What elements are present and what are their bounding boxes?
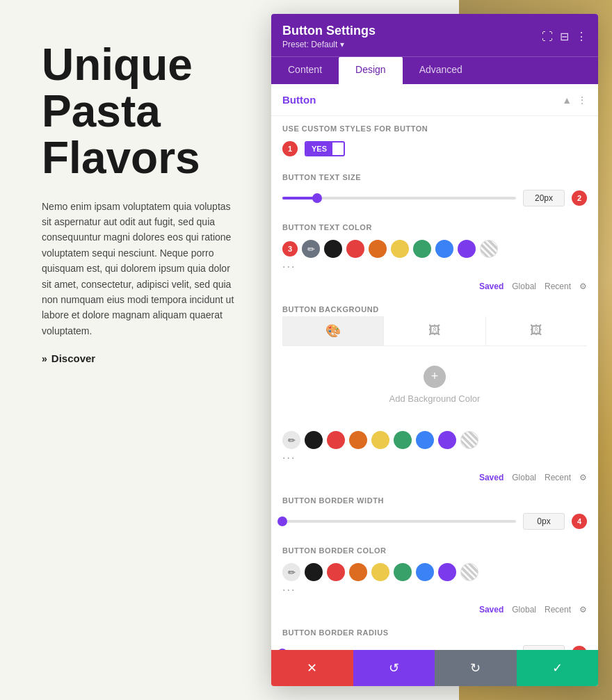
fullscreen-icon[interactable]: ⛶ xyxy=(542,31,553,43)
border-width-value[interactable]: 0px xyxy=(523,513,565,530)
toggle-yes[interactable]: YES xyxy=(306,143,332,155)
panel-header-right: ⛶ ⊟ ⋮ xyxy=(542,30,587,43)
bg-color-recent[interactable]: Recent xyxy=(545,473,571,482)
border-color-settings-icon[interactable]: ⚙ xyxy=(579,605,587,614)
color-black[interactable] xyxy=(324,240,342,258)
bg-color-swatches: ✏ xyxy=(282,431,587,449)
bg-area[interactable]: + Add Background Color xyxy=(282,346,587,423)
bg-tab-color[interactable]: 🎨 xyxy=(282,316,384,345)
border-purple[interactable] xyxy=(438,563,456,581)
text-color-saved[interactable]: Saved xyxy=(479,282,504,291)
border-black[interactable] xyxy=(305,563,323,581)
border-color-global[interactable]: Global xyxy=(512,605,536,614)
section-more-icon[interactable]: ⋮ xyxy=(577,95,587,106)
tab-design[interactable]: Design xyxy=(339,57,403,84)
bg-add-label: Add Background Color xyxy=(389,393,481,404)
color-transparent[interactable] xyxy=(480,240,498,258)
toggle-no[interactable] xyxy=(332,147,344,151)
border-red[interactable] xyxy=(327,563,345,581)
bg-tab-image[interactable]: 🖼 xyxy=(486,316,587,345)
border-radius-thumb[interactable] xyxy=(277,649,287,650)
bg-color-blue[interactable] xyxy=(416,431,434,449)
color-yellow[interactable] xyxy=(391,240,409,258)
text-size-value[interactable]: 20px xyxy=(523,190,565,206)
panel-header-left: Button Settings Preset: Default ▾ xyxy=(282,24,376,49)
border-orange[interactable] xyxy=(349,563,367,581)
bg-color-orange[interactable] xyxy=(349,431,367,449)
bg-color-saved[interactable]: Saved xyxy=(479,473,504,482)
bg-label-row: Button Background xyxy=(271,297,598,316)
cancel-button[interactable]: ✕ xyxy=(271,650,353,686)
layout-icon[interactable]: ⊟ xyxy=(560,30,569,43)
color-orange[interactable] xyxy=(369,240,387,258)
text-color-global[interactable]: Global xyxy=(512,282,536,291)
section-collapse-icon[interactable]: ▲ xyxy=(562,95,572,106)
border-radius-slider-row: 0px 5 xyxy=(271,640,598,650)
badge-4: 4 xyxy=(572,514,587,529)
border-green[interactable] xyxy=(394,563,412,581)
save-button[interactable]: ✓ xyxy=(517,650,599,686)
border-yellow[interactable] xyxy=(371,563,389,581)
bg-color-picker-icon[interactable]: ✏ xyxy=(282,431,300,449)
text-color-more[interactable]: ··· xyxy=(271,261,598,279)
border-transparent[interactable] xyxy=(460,563,478,581)
border-color-recent[interactable]: Recent xyxy=(545,605,571,614)
bg-color-purple[interactable] xyxy=(438,431,456,449)
border-width-track xyxy=(282,520,516,523)
bg-color-transparent[interactable] xyxy=(460,431,478,449)
section-header: Button ▲ ⋮ xyxy=(271,84,598,116)
color-purple[interactable] xyxy=(458,240,476,258)
toggle-switch[interactable]: YES xyxy=(305,141,345,156)
color-picker-icon[interactable]: ✏ xyxy=(302,240,320,258)
border-color-swatches: ✏ xyxy=(282,563,587,581)
border-radius-value[interactable]: 0px xyxy=(523,645,565,650)
redo-button[interactable]: ↻ xyxy=(435,650,517,686)
reset-button[interactable]: ↺ xyxy=(353,650,435,686)
bg-tabs-container: 🎨 🖼 🖼 + Add Background Color xyxy=(271,316,598,425)
settings-panel: Button Settings Preset: Default ▾ ⛶ ⊟ ⋮ … xyxy=(271,14,598,686)
border-width-slider-row: 0px 4 xyxy=(271,507,598,538)
section-controls: ▲ ⋮ xyxy=(562,95,587,106)
panel-tabs: Content Design Advanced xyxy=(271,56,598,84)
text-color-label-row: Button Text Color xyxy=(271,215,598,234)
color-green[interactable] xyxy=(413,240,431,258)
bg-color-green[interactable] xyxy=(394,431,412,449)
border-color-picker-icon[interactable]: ✏ xyxy=(282,563,300,581)
text-color-settings-icon[interactable]: ⚙ xyxy=(579,282,587,291)
bg-add-button[interactable]: + xyxy=(424,366,446,388)
panel-preset[interactable]: Preset: Default ▾ xyxy=(282,40,376,49)
bg-color-swatches-row: ✏ xyxy=(271,425,598,452)
border-width-thumb[interactable] xyxy=(277,516,287,526)
text-color-recent[interactable]: Recent xyxy=(545,282,571,291)
border-width-label: Button Border Width xyxy=(282,496,587,505)
text-size-label-row: Button Text Size xyxy=(271,165,598,184)
bg-color-global[interactable]: Global xyxy=(512,473,536,482)
text-color-swatches: 3 ✏ xyxy=(282,240,587,258)
bg-tab-gradient[interactable]: 🖼 xyxy=(384,316,485,345)
bg-color-settings-icon[interactable]: ⚙ xyxy=(579,473,587,482)
bg-color-yellow[interactable] xyxy=(371,431,389,449)
more-icon[interactable]: ⋮ xyxy=(576,30,587,43)
chevron-icon: » xyxy=(42,353,47,364)
discover-link[interactable]: » Discover xyxy=(42,352,236,364)
border-width-slider[interactable] xyxy=(282,520,516,523)
color-red[interactable] xyxy=(346,240,364,258)
tab-content[interactable]: Content xyxy=(271,57,339,84)
border-color-meta: Saved Global Recent ⚙ xyxy=(271,602,598,620)
border-blue[interactable] xyxy=(416,563,434,581)
color-blue[interactable] xyxy=(435,240,453,258)
border-color-saved[interactable]: Saved xyxy=(479,605,504,614)
text-size-slider-row: 20px 2 xyxy=(271,184,598,215)
badge-2: 2 xyxy=(572,190,587,206)
badge-1: 1 xyxy=(282,141,298,156)
custom-styles-label-row: Use Custom Styles For Button xyxy=(271,116,598,136)
bg-color-black[interactable] xyxy=(305,431,323,449)
border-color-more[interactable]: ··· xyxy=(271,584,598,602)
slider-thumb[interactable] xyxy=(312,193,322,203)
text-color-meta: Saved Global Recent ⚙ xyxy=(271,279,598,297)
bg-color-red[interactable] xyxy=(327,431,345,449)
text-size-slider[interactable] xyxy=(282,197,516,200)
bg-label: Button Background xyxy=(282,305,587,314)
bg-color-more[interactable]: ··· xyxy=(271,452,598,470)
tab-advanced[interactable]: Advanced xyxy=(403,57,479,84)
